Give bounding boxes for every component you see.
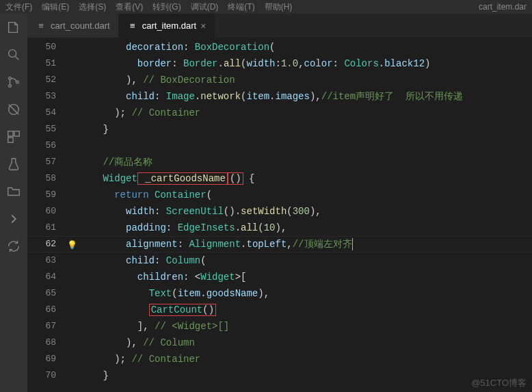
- code-line[interactable]: ), // Column: [68, 335, 532, 351]
- code-line[interactable]: ); // Container: [68, 351, 532, 367]
- code-line[interactable]: border: Border.all(width:1.0,color: Colo…: [68, 55, 532, 72]
- code-line[interactable]: ); // Container: [68, 105, 532, 121]
- code-line[interactable]: [68, 138, 532, 154]
- svg-point-2: [9, 85, 12, 88]
- activity-bar: [0, 14, 27, 392]
- tab-cart-count[interactable]: ≡ cart_count.dart: [27, 14, 119, 38]
- source-control-icon[interactable]: [5, 74, 22, 90]
- svg-point-0: [9, 50, 16, 57]
- test-icon[interactable]: [5, 156, 22, 172]
- menu-file[interactable]: 文件(F): [5, 1, 32, 13]
- code-line[interactable]: alignment: Alignment.topLeft,//顶端左对齐: [68, 236, 532, 252]
- highlight-box: _cartGoodsName: [137, 172, 228, 185]
- editor-area: ≡ cart_count.dart ≡ cart_item.dart × 505…: [27, 14, 532, 392]
- code-line[interactable]: Text(item.goodsName),: [68, 285, 532, 302]
- menu-help[interactable]: 帮助(H): [265, 1, 293, 13]
- code-line[interactable]: return Container(: [68, 187, 532, 203]
- menu-go[interactable]: 转到(G): [152, 1, 181, 13]
- title-crumb: cart_item.dar: [479, 2, 527, 12]
- text-cursor: [352, 238, 353, 250]
- tab-label: cart_count.dart: [51, 21, 110, 31]
- menu-edit[interactable]: 编辑(E): [42, 1, 69, 13]
- menu-debug[interactable]: 调试(D): [191, 1, 219, 13]
- tab-cart-item[interactable]: ≡ cart_item.dart ×: [119, 14, 215, 38]
- code-editor[interactable]: decoration: BoxDecoration( border: Borde…: [68, 38, 532, 392]
- code-line[interactable]: Widget _cartGoodsName() {: [68, 170, 532, 187]
- menu-view[interactable]: 查看(V): [116, 1, 143, 13]
- files-icon[interactable]: [5, 19, 22, 36]
- extensions-icon[interactable]: [5, 129, 22, 145]
- watermark: @51CTO博客: [471, 377, 527, 389]
- line-gutter: 5051525354555657585960616263646566676869…: [27, 38, 68, 392]
- svg-rect-6: [14, 131, 19, 136]
- code-line[interactable]: child: Image.network(item.images),//item…: [68, 88, 532, 105]
- code-line[interactable]: //商品名称: [68, 154, 532, 170]
- svg-rect-7: [8, 138, 13, 142]
- folder-icon[interactable]: [5, 183, 22, 200]
- code-line[interactable]: CartCount(): [68, 302, 532, 318]
- dart-file-icon: ≡: [127, 21, 138, 31]
- svg-rect-5: [8, 131, 13, 136]
- highlight-box: (): [228, 172, 243, 185]
- close-icon[interactable]: ×: [200, 21, 206, 31]
- code-line[interactable]: }: [68, 121, 532, 138]
- code-line[interactable]: }: [68, 367, 532, 384]
- chevron-right-icon[interactable]: [5, 211, 22, 227]
- debug-icon[interactable]: [5, 101, 22, 118]
- highlight-box: CartCount(): [149, 304, 216, 316]
- code-line[interactable]: child: Column(: [68, 252, 532, 269]
- code-line[interactable]: width: ScreenUtil().setWidth(300),: [68, 203, 532, 220]
- dart-file-icon: ≡: [36, 21, 46, 31]
- menu-terminal[interactable]: 终端(T): [228, 1, 254, 13]
- tab-bar: ≡ cart_count.dart ≡ cart_item.dart ×: [27, 14, 532, 38]
- code-line[interactable]: padding: EdgeInsets.all(10),: [68, 220, 532, 236]
- menu-bar: 文件(F) 编辑(E) 选择(S) 查看(V) 转到(G) 调试(D) 终端(T…: [0, 0, 532, 14]
- search-icon[interactable]: [5, 47, 22, 63]
- code-line[interactable]: ), // BoxDecoration: [68, 72, 532, 88]
- code-line[interactable]: ], // <Widget>[]: [68, 318, 532, 335]
- menu-selection[interactable]: 选择(S): [79, 1, 106, 13]
- tab-label: cart_item.dart: [142, 21, 196, 31]
- sync-icon[interactable]: [5, 238, 22, 254]
- code-line[interactable]: decoration: BoxDecoration(: [68, 39, 532, 55]
- code-line[interactable]: children: <Widget>[: [68, 269, 532, 285]
- svg-point-1: [9, 77, 12, 80]
